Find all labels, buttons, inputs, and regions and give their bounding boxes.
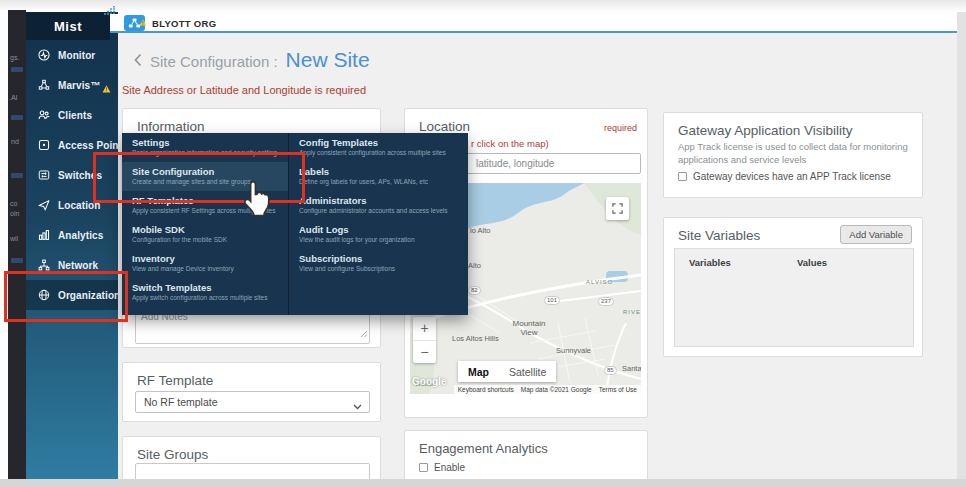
background-window-sliver: gs. .AI nd co oin wil bbox=[8, 10, 26, 479]
route-shield-101: 101 bbox=[544, 296, 560, 305]
route-shield-237: 237 bbox=[598, 297, 614, 306]
background-chip bbox=[11, 67, 23, 72]
organization-menu-left-column: Settings Basic organization information … bbox=[122, 133, 289, 315]
site-variables-table: Variables Values bbox=[674, 248, 914, 347]
validation-error: Site Address or Latitude and Longitude i… bbox=[122, 84, 366, 96]
sidebar-item-access-points[interactable]: Access Points bbox=[26, 130, 118, 160]
map-zoom-control: + − bbox=[413, 317, 436, 363]
screenshot-root: gs. .AI nd co oin wil Mist bbox=[0, 0, 966, 487]
page-title: New Site bbox=[286, 48, 370, 72]
gateway-title: Gateway Application Visibility bbox=[678, 123, 853, 138]
map-data-label: Map data ©2021 Google bbox=[521, 386, 592, 393]
route-shield-85: 85 bbox=[604, 366, 617, 375]
sidebar-item-location[interactable]: Location bbox=[26, 190, 118, 220]
rf-template-value: No RF template bbox=[144, 396, 218, 408]
background-text-fragment: .AI bbox=[9, 94, 18, 101]
menu-item-administrators[interactable]: Administrators Configure administrator a… bbox=[289, 191, 468, 220]
sidebar-item-network[interactable]: Network bbox=[26, 250, 118, 280]
menu-item-subscriptions[interactable]: Subscriptions View and configure Subscri… bbox=[289, 249, 468, 278]
rf-template-select[interactable]: No RF template bbox=[135, 391, 370, 413]
resize-handle-icon[interactable] bbox=[360, 324, 368, 342]
background-chip bbox=[11, 115, 23, 120]
zoom-out-button[interactable]: − bbox=[413, 341, 436, 364]
network-icon bbox=[37, 258, 51, 272]
engagement-title: Engagement Analytics bbox=[419, 441, 548, 456]
location-input-placeholder: latitude, longitude bbox=[476, 158, 554, 169]
map-label-mountain-view: Mountain View bbox=[508, 319, 550, 337]
menu-item-mobile-sdk[interactable]: Mobile SDK Configuration for the mobile … bbox=[122, 220, 288, 249]
rf-template-panel: RF Template No RF template bbox=[122, 362, 381, 422]
map-type-toggle: Map Satellite bbox=[458, 361, 556, 382]
map-attribution: Keyboard shortcuts Map data ©2021 Google… bbox=[454, 385, 641, 394]
top-bar: BLYOTT ORG bbox=[110, 14, 957, 33]
marvis-icon bbox=[37, 78, 51, 92]
organization-icon bbox=[37, 288, 51, 302]
background-chip bbox=[11, 173, 23, 178]
window-top-edge bbox=[0, 0, 966, 12]
org-switcher[interactable]: BLYOTT ORG bbox=[124, 15, 216, 31]
sidebar-item-clients[interactable]: Clients bbox=[26, 100, 118, 130]
map-label-santa: Santa bbox=[622, 365, 641, 374]
map-view-button[interactable]: Map bbox=[458, 361, 499, 382]
map-label-alviso: ALVISO bbox=[586, 279, 613, 286]
sidebar-item-marvis[interactable]: Marvis™ bbox=[26, 70, 118, 100]
add-variable-button[interactable]: Add Variable bbox=[840, 225, 912, 244]
menu-item-labels[interactable]: Labels Define org labels for users, APs,… bbox=[289, 162, 468, 191]
engagement-analytics-panel: Engagement Analytics Enable bbox=[404, 430, 648, 486]
sidebar-item-analytics[interactable]: Analytics bbox=[26, 220, 118, 250]
values-column-header: Values bbox=[797, 257, 827, 268]
clients-icon bbox=[37, 108, 51, 122]
satellite-view-button[interactable]: Satellite bbox=[499, 361, 556, 382]
location-icon bbox=[37, 198, 51, 212]
route-shield-82: 82 bbox=[468, 286, 481, 295]
engagement-enable-row: Enable bbox=[419, 462, 465, 473]
map-label-rive: RIVE bbox=[623, 309, 641, 316]
map-fullscreen-button[interactable] bbox=[606, 197, 629, 220]
org-icon bbox=[124, 15, 145, 31]
site-variables-title: Site Variables bbox=[678, 228, 760, 243]
background-text-fragment: co bbox=[10, 200, 17, 207]
background-chip bbox=[11, 258, 23, 263]
sidebar-item-switches[interactable]: Switches bbox=[26, 160, 118, 190]
map-label-alto: Alto bbox=[468, 262, 481, 271]
location-hint-fragment: r click on the map) bbox=[471, 138, 549, 149]
required-label: required bbox=[604, 123, 637, 133]
mist-logo[interactable]: Mist bbox=[26, 12, 110, 40]
window-right-edge bbox=[957, 12, 966, 480]
monitor-icon bbox=[37, 48, 51, 62]
chevron-down-icon bbox=[353, 400, 362, 412]
sidebar-nav: Monitor Marvis™ Clients bbox=[26, 40, 118, 310]
page-header: Site Configuration : New Site bbox=[134, 48, 370, 72]
back-chevron-icon[interactable] bbox=[134, 53, 142, 67]
warning-icon bbox=[102, 79, 111, 97]
map-label-palo-alto: lo Alto bbox=[470, 227, 490, 236]
location-title: Location bbox=[419, 119, 470, 134]
rf-template-title: RF Template bbox=[137, 373, 213, 388]
zoom-in-button[interactable]: + bbox=[413, 317, 436, 341]
information-title: Information bbox=[137, 119, 205, 134]
menu-item-switch-templates[interactable]: Switch Templates Apply switch configurat… bbox=[122, 278, 288, 307]
terms-link[interactable]: Terms of Use bbox=[599, 386, 637, 393]
org-name: BLYOTT ORG bbox=[152, 18, 216, 29]
enable-checkbox[interactable] bbox=[419, 463, 428, 472]
menu-item-settings[interactable]: Settings Basic organization information … bbox=[122, 133, 288, 162]
access-points-icon bbox=[37, 138, 51, 152]
organization-menu-right-column: Config Templates Apply consistent config… bbox=[289, 133, 468, 315]
site-variables-panel: Site Variables Add Variable Variables Va… bbox=[663, 217, 923, 357]
google-watermark: Google bbox=[412, 376, 446, 387]
menu-item-config-templates[interactable]: Config Templates Apply consistent config… bbox=[289, 133, 468, 162]
site-groups-title: Site Groups bbox=[137, 447, 208, 462]
variables-column-header: Variables bbox=[689, 257, 731, 268]
sidebar-item-organization[interactable]: Organization bbox=[26, 280, 118, 310]
map-label-los-altos-hills: Los Altos Hills bbox=[452, 335, 499, 344]
window-bottom-edge bbox=[0, 479, 966, 487]
keyboard-shortcuts-link[interactable]: Keyboard shortcuts bbox=[458, 386, 514, 393]
menu-item-inventory[interactable]: Inventory View and manage Device invento… bbox=[122, 249, 288, 278]
background-text-fragment: wil bbox=[10, 235, 18, 242]
menu-item-audit-logs[interactable]: Audit Logs View the audit logs for your … bbox=[289, 220, 468, 249]
background-text-fragment: nd bbox=[11, 138, 19, 145]
breadcrumb[interactable]: Site Configuration : bbox=[150, 53, 278, 70]
app-track-checkbox[interactable] bbox=[678, 172, 687, 181]
sidebar: Mist Monitor Marvis bbox=[26, 12, 118, 479]
sidebar-item-monitor[interactable]: Monitor bbox=[26, 40, 118, 70]
